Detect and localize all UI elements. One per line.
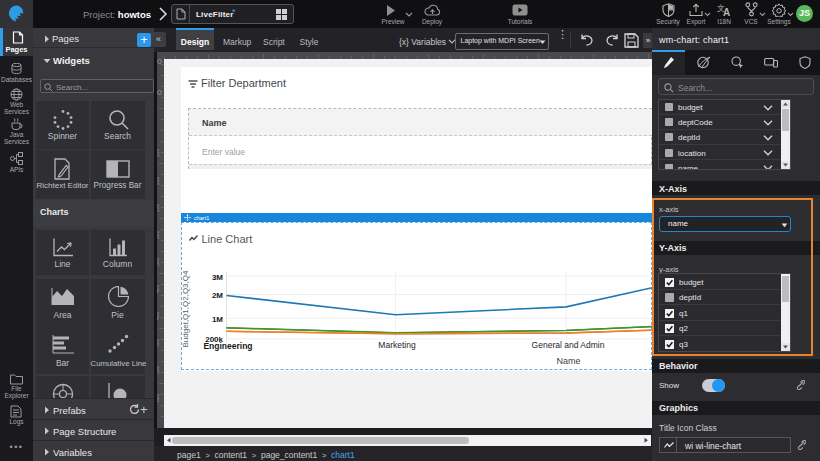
svg-text:Engineering: Engineering	[203, 341, 252, 351]
svg-text:150: 150	[157, 148, 160, 157]
svg-text:3M: 3M	[212, 272, 223, 281]
svg-text:600: 600	[157, 393, 160, 402]
svg-text:550: 550	[157, 365, 160, 374]
svg-text:Budget,Q1,Q2,Q3,Q4: Budget,Q1,Q2,Q3,Q4	[182, 269, 190, 346]
svg-text:350: 350	[157, 257, 160, 266]
svg-text:Marketing: Marketing	[378, 340, 416, 350]
svg-text:2M: 2M	[212, 291, 223, 300]
svg-text:500: 500	[157, 338, 160, 347]
svg-text:300: 300	[157, 230, 160, 239]
svg-text:200: 200	[157, 176, 160, 185]
svg-text:250: 250	[157, 203, 160, 212]
svg-text:A: A	[723, 7, 730, 17]
svg-text:General and Admin: General and Admin	[532, 340, 605, 350]
svg-text:Name: Name	[556, 355, 580, 365]
svg-text:450: 450	[157, 311, 160, 320]
svg-text:400: 400	[157, 284, 160, 293]
svg-text:1M: 1M	[212, 314, 223, 323]
